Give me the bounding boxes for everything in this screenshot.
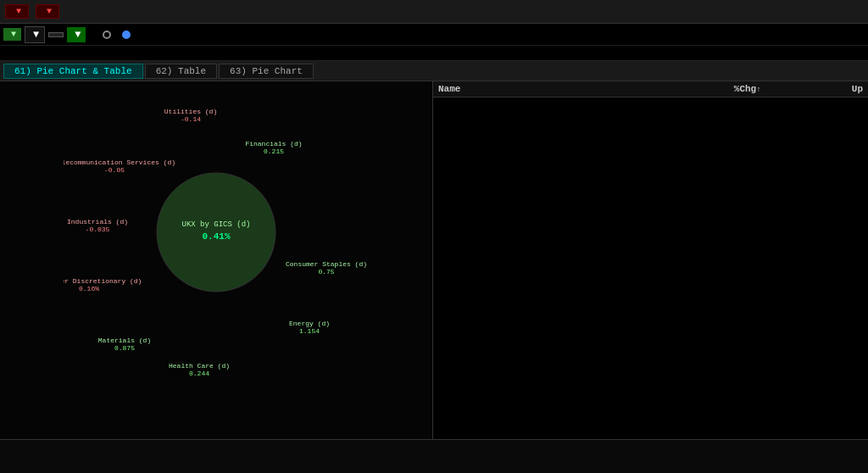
pie-container: UKX by GICS (d) 0.41% Financials (d) 0.2… [3,88,429,376]
col-name: Name [433,81,588,97]
svg-text:-0.05: -0.05 [104,166,125,174]
svg-text:0.41%: 0.41% [202,231,230,242]
index-arrow: ▼ [11,30,16,39]
sector-radio-circle [122,31,131,39]
col-pctchg: %Chg↑ [588,81,765,97]
svg-text:Industrials (d): Industrials (d) [67,218,128,225]
svg-text:0.875: 0.875 [114,344,135,352]
svg-text:UKX by GICS (d): UKX by GICS (d) [181,220,250,229]
all-button[interactable]: ▼ [67,27,86,42]
data-table: Name %Chg↑ Up [433,81,868,97]
tab-pie-chart-table[interactable]: 61) Pie Chart & Table [3,64,143,79]
table-area: Name %Chg↑ Up [432,81,868,439]
svg-text:-0.035: -0.035 [86,225,110,233]
svg-text:-0.14: -0.14 [181,115,201,123]
region-radio-circle [103,31,111,39]
actions-button[interactable]: ▼ [5,4,29,19]
index-dropdown[interactable]: ▼ [3,28,21,41]
ticker-dropdown[interactable]: ▼ [25,26,45,43]
tab-pie-chart[interactable]: 63) Pie Chart [219,64,314,79]
ticker-arrow: ▼ [33,29,39,41]
tab-row: 61) Pie Chart & Table 62) Table 63) Pie … [0,61,868,81]
settings-arrow: ▼ [47,7,52,16]
tab-pie-chart-table-label: 61) Pie Chart & Table [14,66,132,76]
tab-pie-chart-label: 63) Pie Chart [230,66,303,76]
toolbar: ▼ ▼ [0,0,868,24]
svg-text:0.75: 0.75 [318,268,334,275]
col-up: Up [766,81,868,97]
svg-text:0.244: 0.244 [189,370,209,377]
svg-text:Telecommunication Services (d): Telecommunication Services (d) [64,159,175,166]
svg-text:1.154: 1.154 [299,327,320,335]
svg-text:Utilities (d): Utilities (d) [164,108,217,115]
region-radio[interactable] [103,31,114,39]
sector-radio[interactable] [122,31,133,39]
svg-text:Materials (d): Materials (d) [98,337,151,344]
table-header-row: Name %Chg↑ Up [433,81,868,97]
marketcap-button[interactable] [48,32,64,37]
nav-row: ▼ ▼ ▼ [0,24,868,46]
svg-text:Consumer Discretionary (d): Consumer Discretionary (d) [64,277,142,285]
footer [0,439,868,473]
groupby-radio-group [103,31,133,39]
svg-text:Health Care (d): Health Care (d) [169,362,230,370]
main-content: UKX by GICS (d) 0.41% Financials (d) 0.2… [0,81,868,439]
tab-table[interactable]: 62) Table [145,64,217,79]
pie-chart[interactable]: UKX by GICS (d) 0.41% Financials (d) 0.2… [64,80,369,385]
svg-text:Consumer Staples (d): Consumer Staples (d) [286,260,367,268]
breadcrumb-row [0,46,868,61]
svg-text:Energy (d): Energy (d) [289,320,330,327]
settings-button[interactable]: ▼ [36,4,59,19]
chart-area: UKX by GICS (d) 0.41% Financials (d) 0.2… [0,81,432,439]
all-arrow: ▼ [75,29,81,41]
svg-text:0.16%: 0.16% [79,285,99,292]
tab-table-label: 62) Table [156,66,206,76]
svg-text:0.215: 0.215 [264,147,284,155]
toolbar-left: ▼ ▼ [5,4,59,19]
actions-arrow: ▼ [16,7,21,16]
svg-text:Financials (d): Financials (d) [245,140,302,147]
